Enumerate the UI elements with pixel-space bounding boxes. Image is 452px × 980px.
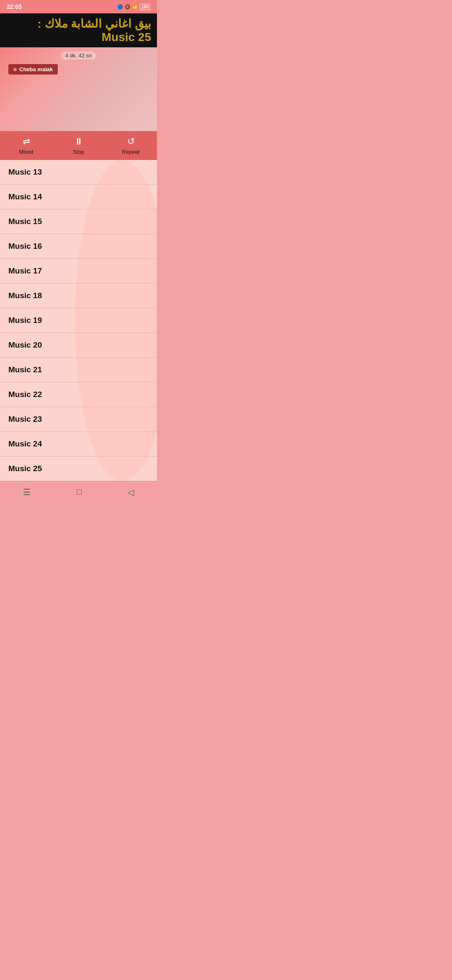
list-item[interactable]: Music 22	[0, 382, 157, 407]
list-item[interactable]: Music 24	[0, 432, 157, 456]
stop-icon: ⏸	[74, 136, 83, 147]
player-area: Cheba malak 4 dk. 42 sn	[0, 47, 157, 131]
repeat-icon: ↺	[127, 136, 135, 147]
header-banner: بيق اغاني الشابة ملاك : Music 25	[0, 13, 157, 47]
player-duration: 4 dk. 42 sn	[61, 52, 96, 59]
music-list: Music 13 Music 14 Music 15 Music 16 Musi…	[0, 160, 157, 481]
artist-badge: Cheba malak	[8, 64, 58, 75]
repeat-button[interactable]: ↺ Repeat	[105, 131, 157, 160]
player-background	[0, 47, 157, 131]
list-item[interactable]: Music 20	[0, 333, 157, 358]
menu-icon[interactable]: ☰	[23, 487, 31, 497]
signal-icon: 📶	[132, 4, 138, 10]
header-title: بيق اغاني الشابة ملاك : Music 25	[6, 17, 151, 44]
list-item[interactable]: Music 25	[0, 456, 157, 481]
status-bar: 22:05 🔵 🔕 📶 100	[0, 0, 157, 13]
shuffle-label: Mixed	[19, 149, 33, 155]
artist-dot	[13, 68, 17, 71]
bluetooth-icon: 🔵	[117, 4, 123, 10]
list-item[interactable]: Music 19	[0, 308, 157, 333]
artist-name: Cheba malak	[19, 66, 53, 72]
controls-row: ⇌ Mixed ⏸ Stop ↺ Repeat	[0, 131, 157, 160]
shuffle-button[interactable]: ⇌ Mixed	[0, 131, 52, 160]
list-item[interactable]: Music 21	[0, 358, 157, 382]
list-item[interactable]: Music 17	[0, 259, 157, 284]
status-time: 22:05	[7, 3, 22, 10]
list-item[interactable]: Music 14	[0, 185, 157, 209]
battery-icon: 100	[140, 4, 150, 10]
shuffle-icon: ⇌	[23, 136, 30, 147]
list-item[interactable]: Music 13	[0, 160, 157, 185]
list-item[interactable]: Music 15	[0, 209, 157, 234]
list-item[interactable]: Music 23	[0, 407, 157, 432]
list-item[interactable]: Music 18	[0, 284, 157, 308]
back-icon[interactable]: ◁	[128, 487, 134, 497]
status-icons: 🔵 🔕 📶 100	[117, 4, 150, 10]
list-item[interactable]: Music 16	[0, 234, 157, 259]
home-icon[interactable]: □	[77, 487, 82, 497]
volume-icon: 🔕	[125, 4, 131, 10]
stop-button[interactable]: ⏸ Stop	[52, 131, 105, 160]
repeat-label: Repeat	[122, 149, 140, 155]
nav-bar: ☰ □ ◁	[0, 481, 157, 502]
stop-label: Stop	[73, 149, 84, 155]
